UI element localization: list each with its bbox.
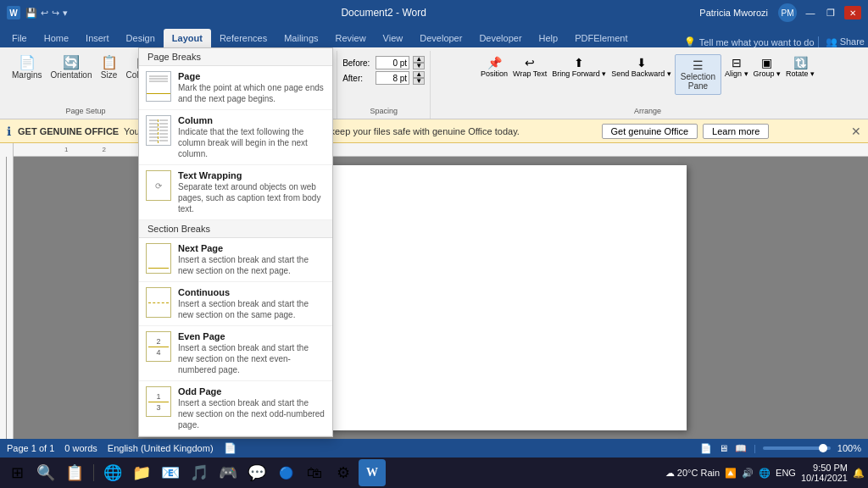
separator: | xyxy=(754,443,756,453)
break-column-item[interactable]: Column Indicate that the text following … xyxy=(139,110,332,165)
lang-indicator[interactable]: ENG xyxy=(776,468,796,478)
info-close-button[interactable]: ✕ xyxy=(851,125,861,138)
taskbar-store[interactable]: 🛍 xyxy=(301,459,328,486)
notifications-button[interactable]: 🔔 xyxy=(853,468,865,479)
network-icon[interactable]: 🌐 xyxy=(759,468,771,479)
break-continuous-item[interactable]: Continuous Insert a section break and st… xyxy=(139,282,332,326)
break-page-item[interactable]: Page Mark the point at which one page en… xyxy=(139,66,332,110)
break-next-page-item[interactable]: Next Page Insert a section break and sta… xyxy=(139,238,332,282)
tab-help[interactable]: Help xyxy=(531,29,567,47)
tab-design[interactable]: Design xyxy=(118,29,164,47)
ribbon-tabs: File Home Insert Design Layout Reference… xyxy=(0,25,868,47)
break-column-icon xyxy=(146,115,171,146)
tab-insert[interactable]: Insert xyxy=(77,29,118,47)
status-bar: Page 1 of 1 0 words English (United King… xyxy=(0,439,868,458)
customize-icon[interactable]: ▾ xyxy=(63,8,68,19)
page-info: Page 1 of 1 xyxy=(7,443,54,453)
break-odd-page-item[interactable]: 1 3 Odd Page Insert a section break and … xyxy=(139,381,332,436)
taskbar-chrome[interactable]: 🔵 xyxy=(272,459,299,486)
tab-layout[interactable]: Layout xyxy=(164,29,211,47)
info-bar: ℹ GET GENUINE OFFICE Your licen… counter… xyxy=(0,119,868,143)
clock[interactable]: 9:50 PM 10/14/2021 xyxy=(801,463,848,483)
taskbar-explorer[interactable]: 📁 xyxy=(128,459,155,486)
search-button[interactable]: 🔍 xyxy=(32,459,59,486)
spacing-after-input[interactable] xyxy=(376,71,409,85)
info-buttons: Get genuine Office Learn more xyxy=(602,124,770,139)
spacing-before-label: Before: xyxy=(342,58,372,68)
title-bar-left: W 💾 ↩ ↪ ▾ xyxy=(7,6,68,19)
tab-file[interactable]: File xyxy=(3,29,36,47)
minimize-button[interactable]: — xyxy=(804,6,817,19)
tab-view[interactable]: View xyxy=(375,29,412,47)
redo-icon[interactable]: ↪ xyxy=(52,8,59,19)
start-button[interactable]: ⊞ xyxy=(3,459,31,486)
taskbar-separator xyxy=(93,464,94,481)
break-column-text: Column Indicate that the text following … xyxy=(178,115,326,159)
break-next-page-icon xyxy=(146,243,171,274)
spacing-before-input[interactable] xyxy=(376,56,409,69)
size-button[interactable]: 📋 Size xyxy=(97,53,121,81)
taskbar-mail[interactable]: 📧 xyxy=(157,459,184,486)
bring-forward-button[interactable]: ⬆ Bring Forward ▾ xyxy=(550,54,608,80)
spacing-before-spinner[interactable]: ▲ ▼ xyxy=(413,56,425,69)
break-even-page-item[interactable]: 2 4 Even Page Insert a section break and… xyxy=(139,326,332,381)
page-setup-label: Page Setup xyxy=(65,107,105,117)
systray-arrow[interactable]: 🔼 xyxy=(725,468,737,479)
tell-me-icon: 💡 xyxy=(684,36,696,47)
title-bar: W 💾 ↩ ↪ ▾ Document2 - Word Patricia Mwor… xyxy=(0,0,868,25)
send-backward-button[interactable]: ⬇ Send Backward ▾ xyxy=(609,54,673,80)
ribbon: 📄 Margins 🔄 Orientation 📋 Size ▦ Columns… xyxy=(0,47,868,119)
zoom-slider[interactable] xyxy=(763,446,831,450)
view-web-icon[interactable]: 🖥 xyxy=(719,443,728,453)
close-button[interactable]: ✕ xyxy=(844,6,861,19)
view-normal-icon[interactable]: 📄 xyxy=(700,443,712,454)
taskbar-word[interactable]: W xyxy=(359,459,386,486)
tab-developer1[interactable]: Developer xyxy=(411,29,470,47)
get-genuine-office-button[interactable]: Get genuine Office xyxy=(602,124,698,139)
taskbar-settings[interactable]: ⚙ xyxy=(330,459,357,486)
spacing-after-spinner[interactable]: ▲ ▼ xyxy=(413,71,425,85)
view-read-icon[interactable]: 📖 xyxy=(735,443,747,454)
break-text-wrapping-item[interactable]: ⟳ Text Wrapping Separate text around obj… xyxy=(139,165,332,220)
taskbar-game[interactable]: 🎮 xyxy=(214,459,242,486)
status-right: 📄 🖥 📖 | 100% xyxy=(700,443,861,454)
volume-icon[interactable]: 🔊 xyxy=(742,468,754,479)
save-icon[interactable]: 💾 xyxy=(25,8,37,19)
wrap-text-button[interactable]: ↩ Wrap Text xyxy=(511,54,548,80)
rotate-button[interactable]: 🔃 Rotate ▾ xyxy=(784,54,816,80)
tab-pdfelement[interactable]: PDFElement xyxy=(566,29,636,47)
restore-button[interactable]: ❐ xyxy=(824,6,837,19)
group-button[interactable]: ▣ Group ▾ xyxy=(752,54,783,80)
tab-mailings[interactable]: Mailings xyxy=(275,29,326,47)
tab-references[interactable]: References xyxy=(211,29,275,47)
task-view-button[interactable]: 📋 xyxy=(61,459,88,486)
tab-developer2[interactable]: Developer xyxy=(470,29,530,47)
taskbar-media[interactable]: 🎵 xyxy=(186,459,213,486)
learn-more-button[interactable]: Learn more xyxy=(703,124,769,139)
taskbar-systray: ☁ 20°C Rain 🔼 🔊 🌐 ENG 9:50 PM 10/14/2021… xyxy=(665,463,865,483)
undo-icon[interactable]: ↩ xyxy=(41,8,48,19)
align-button[interactable]: ⊟ Align ▾ xyxy=(723,54,750,80)
orientation-button[interactable]: 🔄 Orientation xyxy=(47,53,96,81)
share-label[interactable]: 👥 Share xyxy=(818,36,865,47)
ribbon-group-arrange: 📌 Position ↩ Wrap Text ⬆ Bring Forward ▾… xyxy=(431,51,865,119)
margins-button[interactable]: 📄 Margins xyxy=(8,53,46,81)
zoom-level[interactable]: 100% xyxy=(837,443,861,453)
taskbar-edge[interactable]: 🌐 xyxy=(99,459,126,486)
doc-icon: 📄 xyxy=(224,442,236,454)
selection-pane-button[interactable]: ☰ Selection Pane xyxy=(675,54,721,95)
break-page-text: Page Mark the point at which one page en… xyxy=(178,71,326,104)
section-breaks-header: Section Breaks xyxy=(139,220,332,238)
position-button[interactable]: 📌 Position xyxy=(479,54,509,80)
user-avatar[interactable]: PM xyxy=(778,3,797,22)
tell-me-input[interactable]: Tell me what you want to do xyxy=(699,37,815,47)
ribbon-tab-right: 💡 Tell me what you want to do 👥 Share xyxy=(684,36,865,47)
tab-review[interactable]: Review xyxy=(327,29,375,47)
language: English (United Kingdom) xyxy=(108,443,214,453)
spacing-after-label: After: xyxy=(342,74,372,83)
break-odd-page-icon: 1 3 xyxy=(146,386,171,417)
tab-home[interactable]: Home xyxy=(36,29,77,47)
info-icon: ℹ xyxy=(7,125,11,138)
taskbar-teams[interactable]: 💬 xyxy=(243,459,270,486)
taskbar: ⊞ 🔍 📋 🌐 📁 📧 🎵 🎮 💬 🔵 🛍 ⚙ W ☁ 20°C Rain 🔼 … xyxy=(0,458,868,488)
